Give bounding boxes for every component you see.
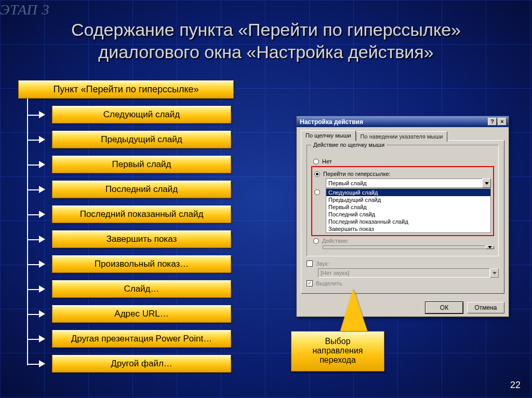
combo-value: Первый слайд (326, 179, 482, 188)
tree-item: Произвольный показ… (52, 255, 231, 273)
tree-item: Завершить показ (52, 230, 231, 248)
callout-tail (340, 289, 374, 332)
callout-line: Выбор (298, 337, 378, 346)
radio-none[interactable]: Нет (313, 158, 494, 164)
arrow-icon (39, 211, 45, 218)
radio-icon (314, 171, 320, 177)
list-item[interactable]: Предыдущий слайд (326, 196, 490, 203)
list-item[interactable]: Первый слайд (326, 203, 490, 211)
help-icon[interactable]: ? (488, 118, 497, 126)
checkbox-icon (307, 260, 313, 267)
callout-line: направления (298, 346, 378, 355)
sound-label: Звук: (316, 260, 329, 267)
tree-item: Следующий слайд (52, 106, 231, 123)
tree-item: Другой файл… (52, 355, 231, 373)
ok-button[interactable]: ОК (425, 302, 463, 313)
tree-root: Пункт «Перейти по гиперссылке» (18, 80, 234, 99)
title-line-2: диалогового окна «Настройка действия» (0, 41, 532, 63)
chevron-down-icon (490, 268, 499, 278)
radio-icon (313, 159, 319, 164)
tree-item: Последний показанный слайд (52, 205, 231, 223)
arrow-icon (39, 335, 45, 342)
action-settings-dialog: Настройка действия ? × По щелчку мыши По… (296, 116, 509, 317)
arrow-icon (39, 136, 45, 143)
arrow-icon (39, 260, 45, 268)
arrow-icon (39, 111, 45, 118)
hyperlink-options-tree: Пункт «Перейти по гиперссылке» Следующий… (18, 80, 257, 373)
callout: Выбор направления перехода (291, 331, 384, 372)
dialog-title: Настройка действия (300, 118, 363, 126)
arrow-icon (39, 236, 45, 243)
radio-none-label: Нет (322, 158, 332, 164)
close-icon[interactable]: × (498, 118, 507, 126)
arrow-icon (39, 360, 45, 367)
chevron-down-icon (485, 245, 494, 249)
tree-item: Предыдущий слайд (52, 131, 231, 148)
hyperlink-listbox[interactable]: Следующий слайд Предыдущий слайд Первый … (326, 188, 491, 233)
arrow-icon (39, 310, 45, 318)
watermark: ЭТАП 3 (0, 2, 50, 18)
arrow-icon (39, 285, 45, 293)
slide-title: Содержание пункта «Перейти по гиперссылк… (0, 19, 532, 63)
action-combo (323, 245, 494, 249)
title-line-1: Содержание пункта «Перейти по гиперссылк… (0, 19, 532, 41)
radio-hyperlink[interactable]: Перейти по гиперссылке: (314, 171, 491, 177)
list-item[interactable]: Следующий слайд (326, 189, 490, 196)
tab-on-hover[interactable]: По наведении указателя мыши (356, 131, 448, 142)
sound-value: [Нет звука] (318, 268, 490, 278)
tree-item: Другая презентация Power Point… (52, 330, 231, 348)
radio-action: Действие: (313, 238, 494, 244)
hyperlink-combo[interactable]: Первый слайд (326, 179, 491, 188)
highlighted-hyperlink-area: Перейти по гиперссылке: Первый слайд Сле… (311, 166, 494, 236)
sound-checkbox: Звук: (307, 260, 499, 267)
tree-item: Адрес URL… (52, 305, 231, 323)
callout-line: перехода (298, 355, 378, 365)
tree-item: Слайд… (52, 280, 231, 298)
list-item[interactable]: Завершить показ (326, 225, 490, 232)
page-number: 22 (510, 380, 521, 391)
chevron-down-icon[interactable] (482, 179, 491, 188)
arrow-icon (39, 161, 45, 168)
highlight-checkbox: Выделить (307, 280, 499, 286)
list-item[interactable]: Последний показанный слайд (326, 218, 490, 225)
combo-value (323, 245, 485, 249)
tree-item: Первый слайд (52, 156, 231, 173)
group-label: Действие по щелчку мыши (311, 142, 387, 148)
radio-icon (313, 238, 319, 244)
list-item[interactable]: Последний слайд (326, 211, 490, 218)
checkbox-icon (307, 280, 313, 286)
highlight-label: Выделить (316, 280, 342, 286)
radio-action-label: Действие: (322, 238, 349, 244)
arrow-icon (39, 186, 45, 193)
radio-hyperlink-label: Перейти по гиперссылке: (323, 171, 391, 177)
tab-on-click[interactable]: По щелчку мыши (301, 130, 356, 141)
radio-icon (314, 189, 320, 195)
tree-item: Последний слайд (52, 181, 231, 198)
cancel-button[interactable]: Отмена (467, 302, 504, 313)
